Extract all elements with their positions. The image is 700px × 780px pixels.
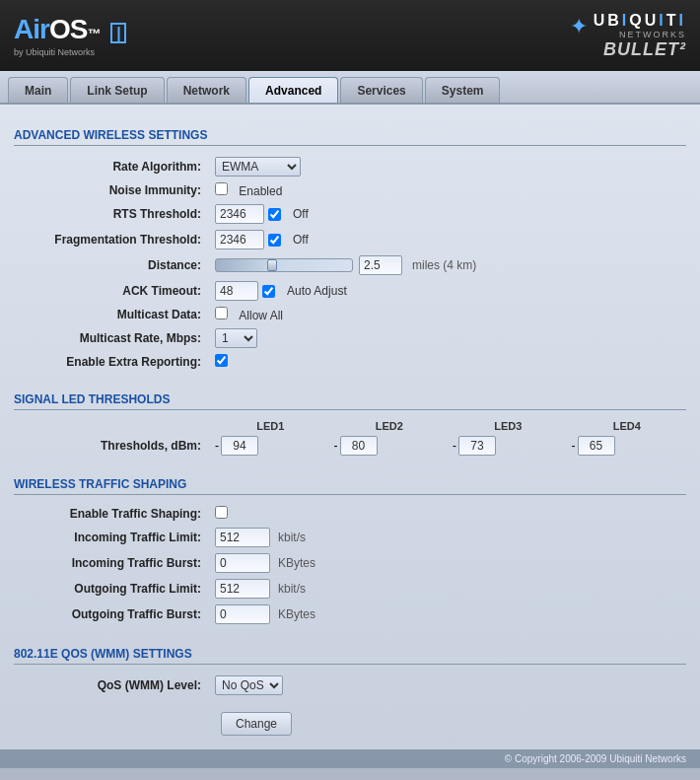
noise-immunity-row: Noise Immunity: Enabled <box>14 179 686 201</box>
qos-level-row: QoS (WMM) Level: No QoS Normal Voice Vid… <box>14 673 686 698</box>
distance-row: Distance: miles (4 km) <box>14 252 686 278</box>
distance-units: miles (4 km) <box>412 258 476 272</box>
rts-threshold-row: RTS Threshold: Off <box>14 201 686 227</box>
outgoing-burst-input[interactable] <box>215 604 270 624</box>
led1-header: LED1 <box>211 418 330 434</box>
led1-value-input[interactable] <box>221 436 258 456</box>
distance-slider-container: miles (4 km) <box>215 255 682 275</box>
tab-main[interactable]: Main <box>8 77 68 103</box>
outgoing-burst-label: Outgoing Traffic Burst: <box>14 602 211 627</box>
rts-threshold-input[interactable] <box>215 204 264 224</box>
traffic-shaping-header: WIRELESS TRAFFIC SHAPING <box>14 477 686 495</box>
outgoing-limit-label: Outgoing Traffic Limit: <box>14 576 211 602</box>
outgoing-burst-row: Outgoing Traffic Burst: KBytes <box>14 602 686 627</box>
distance-value-input[interactable] <box>359 255 402 275</box>
distance-label: Distance: <box>14 252 211 278</box>
qos-level-select[interactable]: No QoS Normal Voice Video <box>215 675 283 695</box>
enable-traffic-shaping-label: Enable Traffic Shaping: <box>14 503 211 525</box>
rts-off-label: Off <box>293 207 309 221</box>
ack-timeout-input[interactable] <box>215 281 258 301</box>
copyright-text: © Copyright 2006-2009 Ubiquiti Networks <box>505 753 686 764</box>
multicast-rate-row: Multicast Rate, Mbps: 1 2 5.5 11 <box>14 325 686 351</box>
signal-led-header: SIGNAL LED THRESHOLDS <box>14 392 686 410</box>
noise-immunity-checkbox[interactable] <box>215 182 228 195</box>
incoming-burst-row: Incoming Traffic Burst: KBytes <box>14 550 686 576</box>
incoming-limit-units: kbit/s <box>278 531 306 544</box>
extra-reporting-row: Enable Extra Reporting: <box>14 351 686 373</box>
incoming-limit-input[interactable] <box>215 528 270 547</box>
ack-auto-label: Auto Adjust <box>287 284 347 298</box>
outgoing-limit-input[interactable] <box>215 579 270 599</box>
enable-traffic-shaping-row: Enable Traffic Shaping: <box>14 503 686 525</box>
qos-header: 802.11E QOS (WMM) SETTINGS <box>14 647 686 665</box>
led4-value-input[interactable] <box>578 436 615 456</box>
bullet-model: BULLET² <box>570 39 686 60</box>
led1-minus: - <box>215 439 219 453</box>
logo-subtitle: by Ubiquiti Networks <box>14 47 126 57</box>
multicast-rate-select[interactable]: 1 2 5.5 11 <box>215 328 257 348</box>
frag-threshold-label: Fragmentation Threshold: <box>14 227 211 252</box>
frag-off-label: Off <box>293 233 309 247</box>
airos-logo: AirOS™ | <box>14 14 126 45</box>
ubiquiti-logo: ✦ UBiQUiTi NETWORKS BULLET² <box>570 12 686 60</box>
thresholds-label: Thresholds, dBm: <box>14 434 211 458</box>
led2-value-input[interactable] <box>340 436 378 456</box>
change-button[interactable]: Change <box>221 712 292 736</box>
rate-algorithm-row: Rate Algorithm: EWMA MINSTREL <box>14 154 686 179</box>
led-values-row: Thresholds, dBm: - - - <box>14 434 686 458</box>
ack-auto-checkbox[interactable] <box>262 285 275 298</box>
led2-minus: - <box>334 439 338 453</box>
ack-timeout-label: ACK Timeout: <box>14 278 211 304</box>
distance-slider-track[interactable] <box>215 258 353 272</box>
led3-header: LED3 <box>449 418 568 434</box>
incoming-burst-label: Incoming Traffic Burst: <box>14 550 211 576</box>
ubiquiti-networks: NETWORKS <box>594 30 686 39</box>
extra-reporting-checkbox[interactable] <box>215 354 228 367</box>
incoming-limit-label: Incoming Traffic Limit: <box>14 525 211 550</box>
led4-header: LED4 <box>568 418 687 434</box>
led4-minus: - <box>572 439 576 453</box>
multicast-data-label: Multicast Data: <box>14 304 211 325</box>
multicast-data-checkbox[interactable] <box>215 307 228 319</box>
distance-slider-thumb[interactable] <box>267 259 277 271</box>
main-content: ADVANCED WIRELESS SETTINGS Rate Algorith… <box>0 105 700 749</box>
header: AirOS™ | by Ubiquiti Networks ✦ UBiQUiTi… <box>0 0 700 71</box>
rate-algorithm-label: Rate Algorithm: <box>14 154 211 179</box>
tab-link-setup[interactable]: Link Setup <box>70 77 164 103</box>
extra-reporting-label: Enable Extra Reporting: <box>14 351 211 373</box>
multicast-data-checkbox-label: Allow All <box>239 309 283 322</box>
advanced-wireless-table: Rate Algorithm: EWMA MINSTREL Noise Immu… <box>14 154 686 373</box>
footer: © Copyright 2006-2009 Ubiquiti Networks <box>0 749 700 768</box>
multicast-rate-label: Multicast Rate, Mbps: <box>14 325 211 351</box>
ack-timeout-row: ACK Timeout: Auto Adjust <box>14 278 686 304</box>
advanced-wireless-header: ADVANCED WIRELESS SETTINGS <box>14 128 686 146</box>
noise-immunity-label: Noise Immunity: <box>14 179 211 201</box>
led3-value-input[interactable] <box>458 436 496 456</box>
frag-threshold-input[interactable] <box>215 230 264 249</box>
outgoing-burst-units: KBytes <box>278 607 315 621</box>
tab-services[interactable]: Services <box>340 77 422 103</box>
qos-level-label: QoS (WMM) Level: <box>14 673 211 698</box>
led3-minus: - <box>453 439 456 453</box>
tab-advanced[interactable]: Advanced <box>248 77 338 103</box>
logo-area: AirOS™ | by Ubiquiti Networks <box>14 14 126 57</box>
incoming-limit-row: Incoming Traffic Limit: kbit/s <box>14 525 686 550</box>
ubiquiti-name: UBiQUiTi <box>594 12 686 30</box>
rts-off-checkbox[interactable] <box>268 208 281 221</box>
multicast-data-row: Multicast Data: Allow All <box>14 304 686 325</box>
traffic-shaping-table: Enable Traffic Shaping: Incoming Traffic… <box>14 503 686 627</box>
nav-bar: Main Link Setup Network Advanced Service… <box>0 71 700 105</box>
rate-algorithm-select[interactable]: EWMA MINSTREL <box>215 157 301 177</box>
led2-header: LED2 <box>330 418 450 434</box>
noise-immunity-checkbox-label: Enabled <box>239 184 282 198</box>
tab-network[interactable]: Network <box>167 77 246 103</box>
enable-traffic-shaping-checkbox[interactable] <box>215 506 228 519</box>
tab-system[interactable]: System <box>425 77 501 103</box>
led-table: LED1 LED2 LED3 LED4 Thresholds, dBm: - - <box>14 418 686 458</box>
qos-table: QoS (WMM) Level: No QoS Normal Voice Vid… <box>14 673 686 698</box>
incoming-burst-units: KBytes <box>278 556 315 570</box>
frag-threshold-row: Fragmentation Threshold: Off <box>14 227 686 252</box>
frag-off-checkbox[interactable] <box>268 234 281 247</box>
outgoing-limit-units: kbit/s <box>278 582 306 596</box>
incoming-burst-input[interactable] <box>215 553 270 573</box>
